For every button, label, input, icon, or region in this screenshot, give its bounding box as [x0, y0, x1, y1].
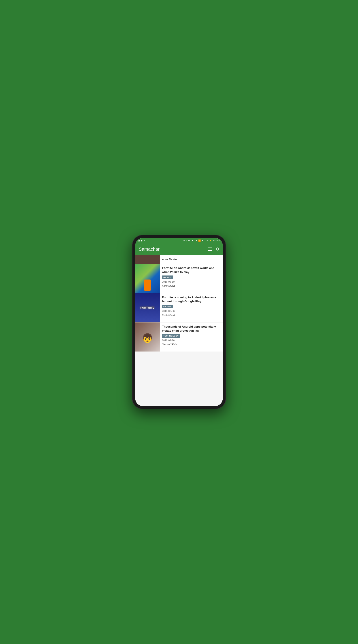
status-bar: 🖼 ◉ ✔ ⊙ ⊖ HD ⁴G ▲ 📶 ✕ 11% ⚡ 8:48 PM	[135, 238, 223, 243]
charging-icon: ⚡	[209, 240, 212, 242]
thumbnail-fortnite1	[135, 264, 160, 293]
article-date-fortnite2: 2018-08-06	[162, 310, 221, 312]
settings-button[interactable]: ⚙	[216, 247, 219, 251]
article-category-fortnite1[interactable]: GAMES	[162, 276, 173, 279]
signal-icon: ▲	[196, 240, 198, 242]
wifi-icon: 📶	[198, 240, 201, 242]
app-title: Samachar	[139, 247, 160, 252]
article-category-fortnite2[interactable]: GAMES	[162, 305, 173, 308]
app-bar: Samachar ⚙	[135, 243, 223, 255]
phone-screen: 🖼 ◉ ✔ ⊙ ⊖ HD ⁴G ▲ 📶 ✕ 11% ⚡ 8:48 PM Sama…	[135, 238, 223, 406]
news-content-fortnite2: Fortnite is coming to Android phones – b…	[160, 293, 223, 319]
list-item-partial[interactable]: Anne Davies	[135, 255, 223, 264]
thumbnail-child	[135, 322, 160, 352]
menu-button[interactable]	[208, 248, 212, 251]
battery-percent: 11%	[204, 240, 208, 242]
article-title-child: Thousands of Android apps potentially vi…	[162, 325, 221, 333]
article-author-fortnite1: Keith Stuart	[162, 284, 221, 287]
article-category-child[interactable]: TECHNOLOGY	[162, 334, 180, 338]
circle-icon: ◉	[141, 240, 143, 242]
clock: 8:48 PM	[213, 240, 220, 242]
photo-icon: 🖼	[138, 240, 140, 242]
list-item-android-child[interactable]: Thousands of Android apps potentially vi…	[135, 322, 223, 352]
4g-label: ⁴G	[192, 240, 195, 242]
list-item-fortnite-android[interactable]: Fortnite on Android: how it works and wh…	[135, 264, 223, 293]
partial-author: Anne Davies	[160, 258, 179, 261]
app-bar-icons: ⚙	[208, 247, 219, 251]
article-date-child: 2018-04-16	[162, 339, 221, 342]
status-left-icons: 🖼 ◉ ✔	[138, 240, 145, 242]
thumbnail-partial	[135, 255, 160, 264]
status-right-icons: ⊙ ⊖ HD ⁴G ▲ 📶 ✕ 11% ⚡ 8:48 PM	[183, 240, 220, 242]
list-item-fortnite-google[interactable]: Fortnite is coming to Android phones – b…	[135, 293, 223, 322]
cast-icon: ⊙	[183, 240, 185, 242]
article-date-fortnite1: 2018-08-10	[162, 280, 221, 283]
news-content-child: Thousands of Android apps potentially vi…	[160, 322, 223, 348]
hd-label: HD	[188, 240, 191, 242]
article-author-fortnite2: Keith Stuart	[162, 314, 221, 316]
phone-device: 🖼 ◉ ✔ ⊙ ⊖ HD ⁴G ▲ 📶 ✕ 11% ⚡ 8:48 PM Sama…	[132, 235, 226, 409]
article-author-child: Samuel Gibbs	[162, 343, 221, 346]
check-icon: ✔	[143, 240, 145, 242]
news-content-fortnite1: Fortnite on Android: how it works and wh…	[160, 264, 223, 289]
dnd-icon: ⊖	[186, 240, 187, 242]
news-list[interactable]: Anne Davies Fortnite on Android: how it …	[135, 255, 223, 406]
no-signal-icon: ✕	[202, 240, 203, 242]
thumbnail-fortnite2	[135, 293, 160, 322]
article-title-fortnite1: Fortnite on Android: how it works and wh…	[162, 266, 221, 274]
article-title-fortnite2: Fortnite is coming to Android phones – b…	[162, 296, 221, 304]
